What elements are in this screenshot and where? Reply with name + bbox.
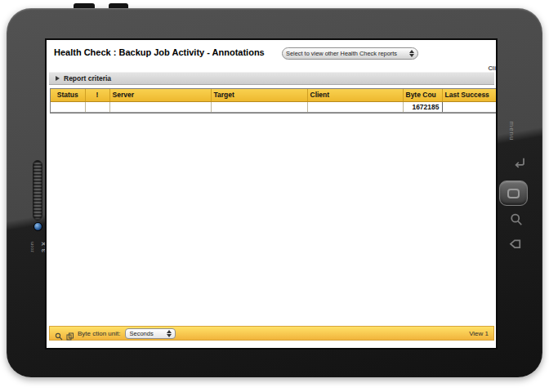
total-row: 1672185 [51,101,496,112]
home-button-icon [507,189,520,198]
report-criteria-label: Report criteria [64,74,111,82]
unit-dropdown-value: Seconds [129,330,153,337]
page-title: Health Check : Backup Job Activity - Ann… [54,47,265,57]
report-criteria-bar[interactable]: Report criteria [49,72,494,85]
copy-icon[interactable] [66,329,74,337]
magnifier-icon[interactable] [55,329,63,337]
total-bytes-value: 1672185 [403,101,442,112]
table-header-row: Status!ServerTargetClientByte CouLast Su… [51,89,496,101]
total-empty-cell [51,101,85,112]
report-selector-value: Select to view other Health Check report… [286,50,397,57]
footer-toolbar: Byte ction unit: Seconds View 1 [49,326,494,341]
total-empty-cell [85,101,109,112]
view-label: View 1 [469,330,489,337]
column-header[interactable]: Byte Cou [403,89,442,101]
backup-activity-table: Status!ServerTargetClientByte CouLast Su… [50,88,496,114]
zoom-sub-label: zoom [31,222,35,271]
chevron-updown-icon [406,50,414,57]
top-right-link[interactable]: Cli [488,65,496,72]
screen: Health Check : Backup Job Activity - Ann… [47,40,496,348]
column-header[interactable]: ! [85,89,109,101]
column-header[interactable]: Server [109,89,211,101]
tablet-mockup: zoom 3.X menu Health Check : Backup Job … [0,0,549,392]
total-empty-cell [211,101,307,112]
zoom-big-label: 3.X [39,242,47,253]
search-bezel-icon[interactable] [508,212,524,228]
home-button[interactable] [499,180,528,206]
column-header[interactable]: Target [211,89,307,101]
total-empty-cell [442,101,496,112]
chevron-updown-icon [163,330,172,337]
column-header[interactable]: Status [51,89,85,101]
expand-triangle-icon [56,76,60,81]
return-arrow-icon[interactable] [511,155,528,172]
menu-label: menu [508,121,516,140]
report-selector-dropdown[interactable]: Select to view other Health Check report… [282,47,418,60]
speaker-grille [33,160,42,220]
camera-zoom-label: zoom 3.X [31,222,48,271]
column-header[interactable]: Last Success [442,89,496,101]
unit-label: Byte ction unit: [78,330,120,337]
back-arrow-icon[interactable] [507,235,523,252]
total-empty-cell [109,101,211,112]
column-header[interactable]: Client [307,89,403,101]
total-empty-cell [307,101,403,112]
unit-dropdown[interactable]: Seconds [125,328,176,339]
